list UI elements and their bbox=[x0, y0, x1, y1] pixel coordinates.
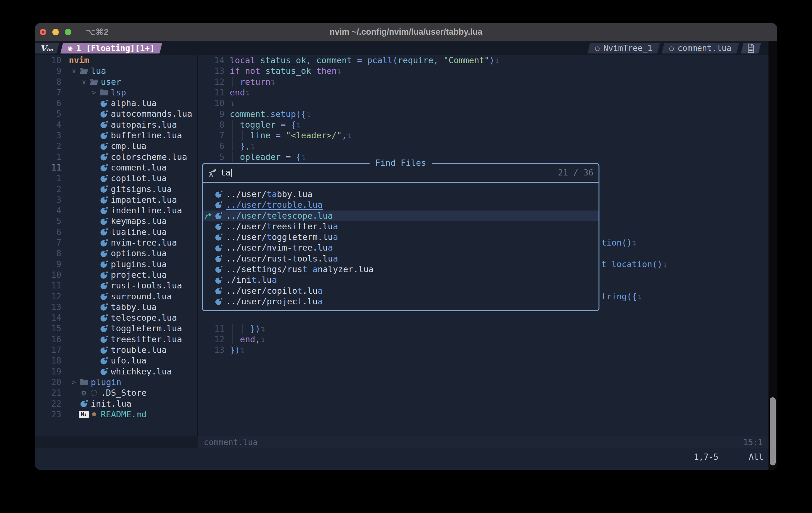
lua-file-icon bbox=[215, 222, 223, 231]
lua-file-icon bbox=[100, 260, 108, 268]
tree-row-init-lua[interactable]: 22init.lua bbox=[35, 398, 197, 409]
lua-file-icon bbox=[215, 212, 223, 220]
tree-row-nvim-tree-lua[interactable]: 7nvim-tree.lua bbox=[35, 237, 197, 248]
tree-row-rust-tools-lua[interactable]: 11rust-tools.lua bbox=[35, 280, 197, 291]
tree-row-impatient-lua[interactable]: 3impatient.lua bbox=[35, 194, 197, 205]
code-line[interactable]: 12│ return↴ bbox=[198, 77, 768, 87]
tree-row-cmp-lua[interactable]: 2cmp.lua bbox=[35, 141, 197, 151]
chevron-down-icon[interactable]: ∨ bbox=[79, 77, 89, 87]
result-row[interactable]: ../user/treesitter.lua bbox=[203, 221, 599, 232]
tab-nvimtree[interactable]: ○NvimTree_1 bbox=[587, 43, 660, 54]
editor-line-number: 10 bbox=[198, 98, 225, 109]
tree-row-copilot-lua[interactable]: 1copilot.lua bbox=[35, 173, 197, 184]
tab-active-floating[interactable]: ◉1 [Floating][1+] bbox=[60, 43, 162, 54]
result-row[interactable]: ../user/tabby.lua bbox=[203, 189, 599, 200]
tree-row-alpha-lua[interactable]: 6alpha.lua bbox=[35, 98, 197, 109]
tree-line-number: 16 bbox=[35, 334, 61, 345]
tree-line-number: 5 bbox=[35, 109, 61, 119]
tree-row-options-lua[interactable]: 8options.lua bbox=[35, 248, 197, 259]
lua-file-icon bbox=[100, 324, 108, 333]
markdown-icon: M↓ bbox=[79, 411, 89, 418]
tree-row-ufo-lua[interactable]: 18ufo.lua bbox=[35, 355, 197, 366]
lua-file-icon bbox=[100, 99, 108, 108]
code-line[interactable]: 6│ },↴ bbox=[198, 141, 768, 151]
tree-row-indentline-lua[interactable]: 4indentline.lua bbox=[35, 205, 197, 216]
chevron-down-icon[interactable]: ∨ bbox=[69, 66, 79, 76]
tree-root-name: nvim bbox=[69, 55, 89, 66]
tree-row-trouble-lua[interactable]: 17trouble.lua bbox=[35, 345, 197, 355]
code-line[interactable]: 13})↴ bbox=[198, 345, 768, 355]
result-row[interactable]: ../settings/rust_analyzer.lua bbox=[203, 264, 599, 275]
result-row[interactable]: ../user/copilot.lua bbox=[203, 285, 599, 296]
tree-row-treesitter-lua[interactable]: 16treesitter.lua bbox=[35, 334, 197, 345]
result-row[interactable]: ../user/trouble.lua bbox=[203, 200, 599, 210]
tree-row-user[interactable]: 8∨user bbox=[35, 77, 197, 87]
tree-row-plugins-lua[interactable]: 9plugins.lua bbox=[35, 259, 197, 270]
tab-nvimtree-label: NvimTree_1 bbox=[604, 43, 652, 53]
lua-file-icon bbox=[100, 367, 108, 376]
chevron-right-icon[interactable]: > bbox=[69, 377, 79, 388]
result-row[interactable]: ../user/rust-tools.lua bbox=[203, 253, 599, 264]
tree-line-number: 2 bbox=[35, 184, 61, 194]
tree-row-lualine-lua[interactable]: 6lualine.lua bbox=[35, 227, 197, 237]
code-line[interactable]: 8│ toggler = {↴ bbox=[198, 120, 768, 130]
terminal-scrollbar-track[interactable] bbox=[768, 41, 777, 470]
tree-row-keymaps-lua[interactable]: 5keymaps.lua bbox=[35, 216, 197, 227]
code-line[interactable]: 10↴ bbox=[198, 98, 768, 109]
buffer-list-chip[interactable] bbox=[741, 43, 761, 54]
tree-row-whichkey-lua[interactable]: 19whichkey.lua bbox=[35, 366, 197, 377]
tree-line-number: 19 bbox=[35, 366, 61, 377]
code-line[interactable]: 9comment.setup({↴ bbox=[198, 109, 768, 120]
tree-row-bufferline-lua[interactable]: 3bufferline.lua bbox=[35, 130, 197, 141]
tree-row-autocommands-lua[interactable]: 5autocommands.lua bbox=[35, 109, 197, 119]
tab-comment-lua[interactable]: ○comment.lua bbox=[662, 43, 739, 54]
tree-row-readme-md[interactable]: 23M↓README.md bbox=[35, 409, 197, 420]
tree-row-colorscheme-lua[interactable]: 1colorscheme.lua bbox=[35, 152, 197, 162]
tree-line-number: 6 bbox=[35, 227, 61, 237]
statusline-tree-segment bbox=[35, 436, 198, 448]
code-line[interactable]: 7│ │ line = "<leader>/",↴ bbox=[198, 130, 768, 141]
chevron-right-icon[interactable]: > bbox=[89, 87, 99, 98]
tree-line-number: 1 bbox=[35, 152, 61, 162]
tree-row-plugin[interactable]: 20>plugin bbox=[35, 377, 197, 388]
editor-line-number: 11 bbox=[198, 324, 225, 334]
tree-row-lua[interactable]: 9∨lua bbox=[35, 66, 197, 76]
tree-row-gitsigns-lua[interactable]: 2gitsigns.lua bbox=[35, 184, 197, 194]
search-input[interactable]: ta bbox=[221, 168, 231, 178]
fisheye-icon: ◉ bbox=[68, 44, 72, 53]
tree-row-autopairs-lua[interactable]: 4autopairs.lua bbox=[35, 120, 197, 130]
tree-row-comment-lua[interactable]: 11comment.lua bbox=[35, 162, 197, 173]
editor-line-number: 9 bbox=[198, 109, 225, 120]
tree-row-telescope-lua[interactable]: 14telescope.lua bbox=[35, 312, 197, 323]
result-row[interactable]: ../user/telescope.lua bbox=[203, 211, 599, 221]
statusline: comment.lua 15:1 bbox=[35, 436, 768, 448]
lua-file-icon bbox=[100, 281, 108, 290]
code-line[interactable]: 11end↴ bbox=[198, 87, 768, 98]
document-icon bbox=[747, 43, 755, 53]
tree-line-number: 7 bbox=[35, 237, 61, 248]
nvim-tree-panel: 10nvim9∨lua8∨user7>lsp6alpha.lua5autocom… bbox=[35, 55, 197, 436]
code-line[interactable]: 12│ end,↴ bbox=[198, 334, 768, 345]
tree-row-project-lua[interactable]: 10project.lua bbox=[35, 270, 197, 280]
result-row[interactable]: ../user/nvim-tree.lua bbox=[203, 242, 599, 253]
code-fragment: tring({↴ bbox=[601, 291, 642, 302]
terminal-scrollbar-thumb[interactable] bbox=[770, 397, 776, 465]
tree-line-number: 5 bbox=[35, 216, 61, 227]
result-row[interactable]: ../user/toggleterm.lua bbox=[203, 232, 599, 242]
code-line[interactable]: 5│ opleader = {↴ bbox=[198, 152, 768, 162]
tree-row-surround-lua[interactable]: 12surround.lua bbox=[35, 291, 197, 302]
tree-line-number: 21 bbox=[35, 388, 61, 398]
tree-row-tabby-lua[interactable]: 13tabby.lua bbox=[35, 302, 197, 312]
tree-row-nvim[interactable]: 10nvim bbox=[35, 55, 197, 66]
tree-row-toggleterm-lua[interactable]: 15toggleterm.lua bbox=[35, 323, 197, 334]
window-title: nvim ~/.config/nvim/lua/user/tabby.lua bbox=[35, 27, 777, 37]
code-line[interactable]: 13if not status_ok then↴ bbox=[198, 66, 768, 76]
tree-line-number: 22 bbox=[35, 398, 61, 409]
tree-row--ds-store[interactable]: 21⚙.DS_Store bbox=[35, 388, 197, 398]
result-row[interactable]: ../user/project.lua bbox=[203, 296, 599, 307]
tree-line-number: 15 bbox=[35, 323, 61, 334]
code-line[interactable]: 14local status_ok, comment = pcall(requi… bbox=[198, 55, 768, 66]
tree-row-lsp[interactable]: 7>lsp bbox=[35, 87, 197, 98]
code-line[interactable]: 11│ │ })↴ bbox=[198, 324, 768, 334]
result-row[interactable]: ./init.lua bbox=[203, 275, 599, 285]
